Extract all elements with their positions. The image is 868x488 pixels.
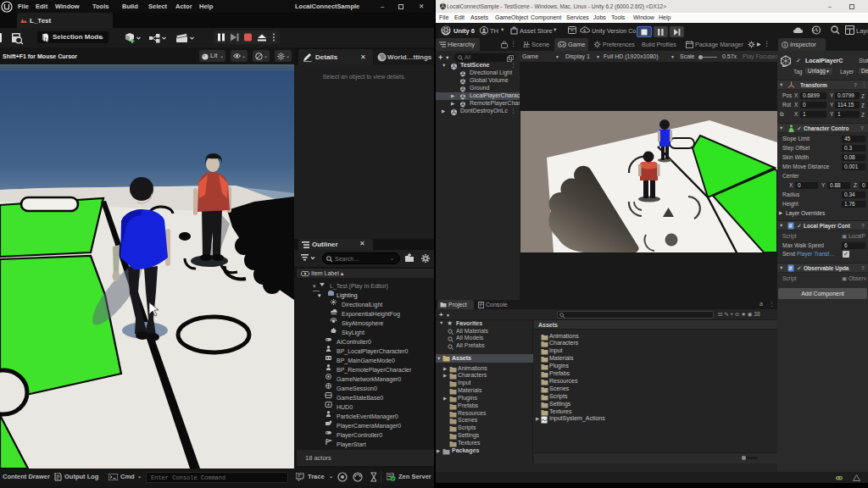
svg-text:#: # bbox=[789, 265, 793, 271]
svg-text:#: # bbox=[789, 223, 793, 229]
